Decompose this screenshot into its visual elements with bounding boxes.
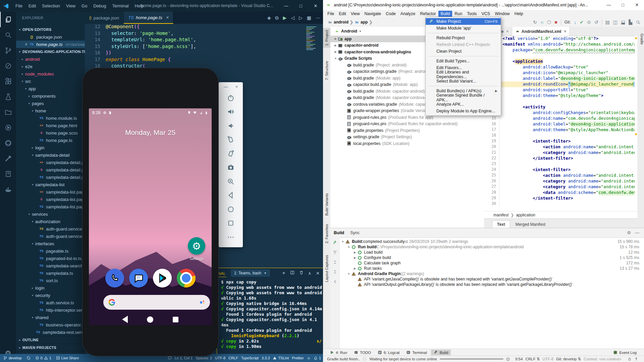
menu-item-make-project[interactable]: Make ProjectCtrl+F9 — [426, 18, 501, 25]
explorer-item-sampledata-list.page.html[interactable]: <>sampledata-list.page.html — [16, 188, 85, 196]
git-history-icon[interactable]: ⊙ — [587, 19, 591, 25]
extensions-icon[interactable] — [0, 73, 16, 89]
build-settings-gear-icon[interactable]: ⚙ — [627, 230, 631, 235]
tab-close-icon[interactable]: ✕ — [166, 15, 169, 20]
maximize-panel-icon[interactable]: ∧ — [308, 271, 312, 276]
menu-item-deploy-module-to-app-engine-[interactable]: Deploy Module to App Engine... — [426, 108, 501, 114]
attach-debugger-icon[interactable]: ⬡ — [547, 19, 551, 25]
explorer-item-services[interactable]: ▾services — [16, 210, 85, 218]
feedback-icon[interactable] — [168, 356, 172, 360]
format-icon[interactable]: ◈ — [267, 15, 271, 20]
close-panel-icon[interactable]: ✕ — [316, 271, 320, 276]
explorer-item-security[interactable]: ▾security — [16, 292, 85, 299]
assistant-icon[interactable] — [198, 298, 206, 306]
titlebar-menu-debug[interactable]: Debug — [90, 3, 109, 8]
stop-icon[interactable]: ■ — [554, 19, 557, 25]
build-row[interactable]: ▶Load build12 ms — [339, 250, 642, 255]
studio-menu-code[interactable]: Code — [383, 11, 398, 17]
explorer-item-auth.service.ts[interactable]: TSauth.service.ts — [16, 299, 85, 306]
breadcrumb-project[interactable]: android — [334, 20, 348, 24]
twisty-icon[interactable]: ▶ — [353, 267, 357, 270]
smiley-icon[interactable]: ☺ — [307, 356, 311, 360]
debug-icon[interactable] — [0, 58, 16, 73]
emulator-rotate-right-button[interactable] — [224, 147, 237, 161]
breadcrumb-application[interactable]: application — [516, 213, 535, 217]
step-back-icon[interactable]: ◁ — [291, 15, 294, 20]
problems-indicator[interactable]: 0 1 — [35, 356, 51, 360]
sdk-manager-icon[interactable]: ⬓ — [621, 19, 625, 25]
explorer-item-android[interactable]: ▸android — [16, 55, 85, 63]
emulator-more-button[interactable] — [224, 230, 237, 244]
explorer-item-auth-guard.service.ts[interactable]: TSauth-guard.service.ts — [16, 232, 85, 240]
emulator-close-button[interactable]: × — [235, 84, 238, 89]
section-spring-boot-dashboard[interactable]: ▸SPRING-BOOT DASHBOARD — [16, 351, 85, 354]
build-row[interactable]: ▼Run build C:\Proyectos\devon4ng-ionic-p… — [339, 244, 642, 250]
twisty-icon[interactable]: ▶ — [353, 256, 357, 259]
git-branch-indicator[interactable]: develop — [3, 356, 22, 360]
explorer-item-home[interactable]: ▾home — [16, 107, 85, 114]
studio-menu-vcs[interactable]: VCS — [479, 11, 492, 17]
studio-tab-AndroidManifest.xml[interactable]: AndroidManifest.xml✕ — [512, 27, 570, 36]
avd-manager-icon[interactable]: ◫ — [613, 19, 618, 25]
manifest-tab-text[interactable]: Text — [492, 220, 510, 228]
menu-item-make-module-app-[interactable]: Make Module 'app' — [426, 25, 501, 32]
project-root-section[interactable]: ▾DEVON4NG-IONIC-APPLICATION-TEMPLATE — [16, 48, 85, 55]
twisty-icon[interactable]: ▼ — [346, 272, 351, 275]
explorer-icon[interactable] — [0, 12, 16, 27]
explorer-item-components[interactable]: ▸components — [16, 92, 85, 100]
file-encoding[interactable]: UTF-8 — [542, 357, 553, 361]
filter-icon[interactable] — [332, 250, 337, 255]
nav-back-button[interactable] — [122, 316, 128, 323]
explorer-item-interfaces[interactable]: ▾interfaces — [16, 240, 85, 247]
studio-menu-tools[interactable]: Tools — [465, 11, 479, 17]
tool-window-button-build[interactable]: Build — [431, 350, 451, 355]
git-branch-widget[interactable]: Git: develop ⇅ — [556, 357, 581, 361]
emulator-minimize-button[interactable]: — — [224, 84, 228, 89]
explorer-item-pageable.ts[interactable]: TSpageable.ts — [16, 247, 85, 255]
explorer-item-sort.ts[interactable]: TSsort.ts — [16, 277, 85, 284]
titlebar-menu-selection[interactable]: Selection — [39, 3, 63, 8]
structure-icon[interactable]: ▙ — [629, 19, 632, 25]
breadcrumb-manifest[interactable]: manifest — [493, 213, 508, 217]
studio-menu-refactor[interactable]: Refactor — [418, 11, 438, 17]
build-row[interactable]: ▼Build: completed successfully at 26/03/… — [339, 239, 642, 244]
google-search-bar[interactable] — [103, 295, 210, 310]
line-separator[interactable]: CRLF ⇅ — [525, 357, 540, 361]
tool-window-button-terminal[interactable]: Terminal — [404, 350, 429, 355]
kill-terminal-icon[interactable] — [299, 270, 304, 276]
cancel-progress-icon[interactable]: ✕ — [506, 357, 510, 361]
new-terminal-icon[interactable]: + — [282, 270, 285, 276]
git-commit-icon[interactable]: ✔ — [580, 19, 584, 25]
studio-maximize-button[interactable]: □ — [616, 0, 630, 10]
collapse-all-icon[interactable] — [332, 269, 337, 274]
studio-close-button[interactable]: ✕ — [630, 0, 644, 10]
emulator-power-button[interactable] — [224, 91, 237, 105]
studio-menu-help[interactable]: Help — [512, 11, 526, 17]
prettier-status[interactable]: Prettier — [292, 356, 304, 360]
docs-icon[interactable] — [0, 166, 16, 182]
emulator-zoom-button[interactable] — [224, 174, 237, 189]
explorer-item-pages[interactable]: ▾pages — [16, 100, 85, 107]
ts-version[interactable]: 3.3.3 — [262, 356, 270, 360]
tool-window-button-event-log[interactable]: Event Log — [610, 350, 639, 355]
project-item-gradle.properties[interactable]: gradle.properties(Project Properties) — [330, 127, 484, 134]
explorer-item-business-operator.service.ts[interactable]: TSbusiness-operator.service.ts — [16, 321, 85, 328]
titlebar-menu-view[interactable]: View — [63, 3, 78, 8]
error-stripe[interactable] — [635, 36, 637, 228]
play-store-app-icon[interactable] — [153, 269, 172, 288]
emulator-volume-up-button[interactable] — [224, 105, 237, 119]
tool-tab-build-variants[interactable]: Build Variants — [323, 191, 330, 218]
explorer-item-sampledata-list.page.scss[interactable]: Ssampledata-list.page.scss — [16, 196, 85, 203]
manifest-tab-merged-manifest[interactable]: Merged Manifest — [511, 221, 550, 228]
tab-package.json[interactable]: {}package.json — [85, 12, 124, 24]
restart-build-icon[interactable] — [332, 240, 337, 245]
explorer-item-src[interactable]: ▾src — [16, 77, 85, 85]
tab-home.page.ts[interactable]: TShome.page.ts✕ — [124, 12, 173, 24]
titlebar-menu-edit[interactable]: Edit — [25, 3, 39, 8]
build-row[interactable]: Calculate task graph172 ms — [339, 260, 642, 266]
git-rollback-icon[interactable]: ↺ — [594, 19, 598, 25]
source-control-icon[interactable] — [0, 43, 16, 58]
build-row[interactable]: ▼Android Gradle Plugin: (2 warnings) — [339, 271, 642, 276]
menu-item-clean-project[interactable]: Clean Project — [426, 48, 501, 55]
explorer-item-sampledata-search-criteria.ts[interactable]: TSsampledata-search-criteria.ts — [16, 262, 85, 269]
